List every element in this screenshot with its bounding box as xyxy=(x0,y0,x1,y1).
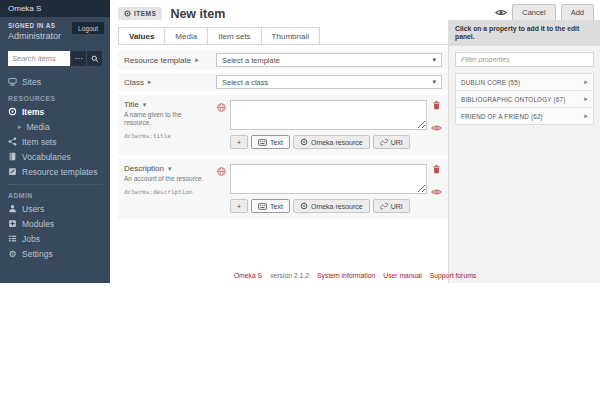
vocab-bibliographic-ontology[interactable]: BIBLIOGRAPHIC ONTOLOGY (67) ▸ xyxy=(456,91,593,108)
property-label[interactable]: Title ▾ xyxy=(124,100,210,109)
system-information-link[interactable]: System information xyxy=(317,272,375,279)
vocab-label: DUBLIN CORE (55) xyxy=(461,79,520,86)
sidebar-item-label: Settings xyxy=(22,249,53,259)
tab-media[interactable]: Media xyxy=(165,27,208,44)
sidebar-item-resource-templates[interactable]: Resource templates xyxy=(0,164,110,179)
sidebar-item-item-sets[interactable]: Item sets xyxy=(0,134,110,149)
filter-properties-input[interactable] xyxy=(455,52,594,67)
badge-label: ITEMS xyxy=(134,10,156,17)
keyboard-icon xyxy=(258,203,267,210)
sidebar-item-label: Users xyxy=(22,204,44,214)
link-icon xyxy=(380,202,388,210)
value-side-actions xyxy=(430,164,442,196)
property-term: dcterms:title xyxy=(124,132,210,139)
omeka-link[interactable]: Omeka S xyxy=(234,272,262,279)
description-field-meta: Description ▾ An account of the resource… xyxy=(124,164,216,213)
vocabulary-list: DUBLIN CORE (55) ▸ BIBLIOGRAPHIC ONTOLOG… xyxy=(455,73,594,125)
sidebar-item-jobs[interactable]: Jobs xyxy=(0,231,110,246)
resource-template-select[interactable]: Select a template ▾ xyxy=(216,53,442,67)
sidebar-item-label: Item sets xyxy=(22,137,56,147)
add-button[interactable]: Add xyxy=(561,4,594,21)
vocab-friend-of-a-friend[interactable]: FRIEND OF A FRIEND (62) ▸ xyxy=(456,108,593,124)
admin-section-header: ADMIN xyxy=(0,186,110,201)
version-label: version 2.1.2 xyxy=(270,272,309,279)
sidebar-item-modules[interactable]: Modules xyxy=(0,216,110,231)
search-options-button[interactable]: ⋯ xyxy=(71,51,86,66)
sidebar-nav: Sites RESOURCES Items ▸ Media Item sets … xyxy=(0,74,110,261)
caret-down-icon: ▾ xyxy=(432,78,436,86)
resource-template-row: Resource template ▸ Select a template ▾ xyxy=(118,51,448,69)
add-value-button[interactable]: + xyxy=(230,135,248,149)
item-form: Resource template ▸ Select a template ▾ … xyxy=(118,51,448,219)
app-logo[interactable]: Omeka S xyxy=(0,0,110,17)
omeka-resource-button[interactable]: Omeka resource xyxy=(293,199,370,213)
caret-right-icon: ▸ xyxy=(584,95,588,103)
header-actions: Cancel Add xyxy=(495,4,594,21)
panel-instruction: Click on a property to add it to the edi… xyxy=(449,20,600,46)
tab-values[interactable]: Values xyxy=(118,27,165,44)
sidebar-item-label: Media xyxy=(27,122,50,132)
sidebar-item-label: Jobs xyxy=(22,234,40,244)
sidebar-item-label: Vocabularies xyxy=(22,152,71,162)
sidebar-item-sites[interactable]: Sites xyxy=(0,74,110,89)
uri-button[interactable]: URI xyxy=(373,135,410,149)
module-icon xyxy=(8,219,17,228)
preview-eye-icon[interactable] xyxy=(495,8,507,17)
search-input[interactable] xyxy=(8,51,70,66)
items-icon xyxy=(8,107,17,116)
cancel-button[interactable]: Cancel xyxy=(512,4,555,21)
value-type-buttons: + Text Omeka resource URI xyxy=(230,135,442,149)
ellipsis-icon: ⋯ xyxy=(75,54,83,63)
property-label[interactable]: Description ▾ xyxy=(124,164,210,173)
description-value-input[interactable] xyxy=(230,164,427,194)
link-icon xyxy=(380,138,388,146)
sidebar-item-label: Modules xyxy=(22,219,54,229)
text-value-button[interactable]: Text xyxy=(251,199,290,213)
select-value: Select a template xyxy=(222,56,280,65)
add-value-button[interactable]: + xyxy=(230,199,248,213)
title-values: + Text Omeka resource URI xyxy=(216,100,442,149)
visibility-eye-icon[interactable] xyxy=(431,188,442,196)
vocab-label: FRIEND OF A FRIEND (62) xyxy=(461,113,543,120)
search-submit-button[interactable] xyxy=(87,51,102,66)
language-globe-icon[interactable] xyxy=(216,102,227,113)
title-field-row: Title ▾ A name given to the resource. dc… xyxy=(118,95,448,155)
support-forums-link[interactable]: Support forums xyxy=(430,272,476,279)
title-value-input[interactable] xyxy=(230,100,427,130)
caret-down-icon: ▾ xyxy=(432,56,436,64)
caret-right-icon: ▸ xyxy=(195,56,199,64)
trash-icon[interactable] xyxy=(432,100,441,110)
user-panel: SIGNED IN AS Administrator Logout xyxy=(0,17,110,47)
page-title: New item xyxy=(170,7,225,21)
visibility-eye-icon[interactable] xyxy=(431,124,442,132)
description-values: + Text Omeka resource URI xyxy=(216,164,442,213)
tasks-icon xyxy=(8,234,17,243)
sidebar-item-settings[interactable]: ⚙ Settings xyxy=(0,246,110,261)
trash-icon[interactable] xyxy=(432,164,441,174)
logout-button[interactable]: Logout xyxy=(72,22,104,34)
properties-panel: Click on a property to add it to the edi… xyxy=(448,20,600,283)
tab-thumbnail[interactable]: Thumbnail xyxy=(262,27,320,44)
property-comment: An account of the resource. xyxy=(124,175,210,183)
class-select[interactable]: Select a class ▾ xyxy=(216,75,442,89)
edit-template-icon xyxy=(8,167,17,176)
vocab-label: BIBLIOGRAPHIC ONTOLOGY (67) xyxy=(461,96,566,103)
footer: Omeka Sversion 2.1.2System informationUs… xyxy=(110,272,600,279)
user-manual-link[interactable]: User manual xyxy=(383,272,422,279)
tab-item-sets[interactable]: Item sets xyxy=(208,27,261,44)
vocab-dublin-core[interactable]: DUBLIN CORE (55) ▸ xyxy=(456,74,593,91)
sidebar-item-items[interactable]: Items xyxy=(0,104,110,119)
sidebar: Omeka S SIGNED IN AS Administrator Logou… xyxy=(0,0,110,283)
sidebar-item-label: Items xyxy=(22,107,44,117)
text-value-button[interactable]: Text xyxy=(251,135,290,149)
language-globe-icon[interactable] xyxy=(216,166,227,177)
title-field-meta: Title ▾ A name given to the resource. dc… xyxy=(124,100,216,149)
omeka-resource-button[interactable]: Omeka resource xyxy=(293,135,370,149)
items-breadcrumb-badge[interactable]: ITEMS xyxy=(118,7,162,20)
sidebar-item-users[interactable]: Users xyxy=(0,201,110,216)
sidebar-item-media[interactable]: ▸ Media xyxy=(0,119,110,134)
uri-button[interactable]: URI xyxy=(373,199,410,213)
sidebar-item-vocabularies[interactable]: Vocabularies xyxy=(0,149,110,164)
caret-right-icon: ▸ xyxy=(148,78,152,86)
class-label: Class ▸ xyxy=(124,78,216,87)
